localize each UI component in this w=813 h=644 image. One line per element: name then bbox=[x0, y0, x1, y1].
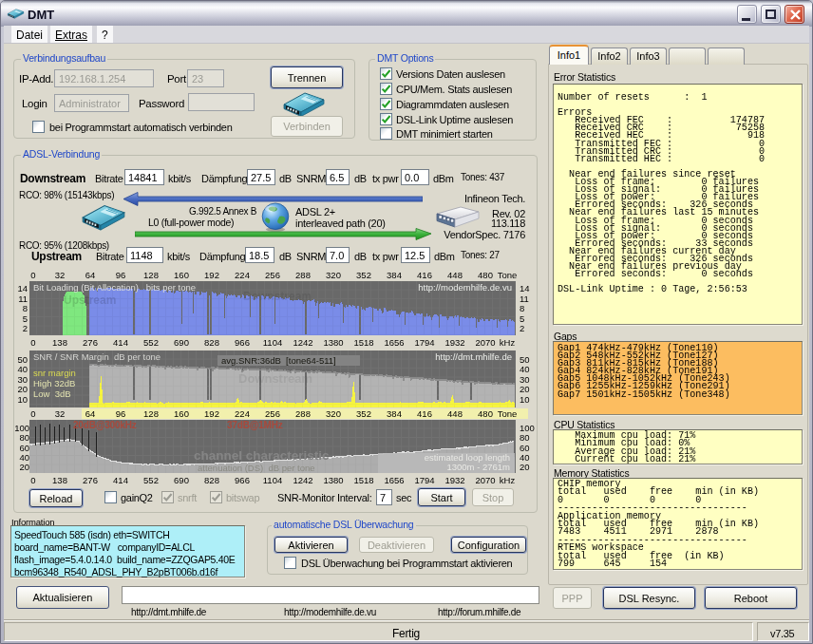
svg-text:snr margin: snr margin bbox=[33, 368, 76, 378]
svg-text:37dB@1MHz: 37dB@1MHz bbox=[227, 420, 283, 430]
svg-text:1300m - 2761m: 1300m - 2761m bbox=[446, 462, 510, 472]
svg-text:SNR / SNR Margin dB per tone: SNR / SNR Margin dB per tone bbox=[33, 351, 161, 362]
svg-text:20dB@300kHz: 20dB@300kHz bbox=[73, 420, 137, 430]
svg-text:Downstream: Downstream bbox=[243, 290, 312, 303]
svg-text:attenuation (DS) dB per tone: attenuation (DS) dB per tone bbox=[198, 463, 315, 473]
svg-text:Upstream: Upstream bbox=[64, 294, 116, 307]
svg-text:Low 3dB: Low 3dB bbox=[33, 388, 71, 399]
svg-text:avg.SNR:36dB [tone64-511]: avg.SNR:36dB [tone64-511] bbox=[221, 355, 336, 366]
svg-text:http://dmt.mhilfe.de: http://dmt.mhilfe.de bbox=[435, 351, 512, 362]
svg-text:Downstream: Downstream bbox=[238, 371, 312, 386]
svg-text:channel characteristic: channel characteristic bbox=[194, 448, 330, 463]
svg-text:http://modemhilfe.de.vu: http://modemhilfe.de.vu bbox=[418, 282, 512, 293]
svg-text:Bit Loading (Bit Allocation): Bit Loading (Bit Allocation) bits per to… bbox=[33, 282, 196, 293]
svg-text:High 32dB: High 32dB bbox=[33, 378, 75, 388]
